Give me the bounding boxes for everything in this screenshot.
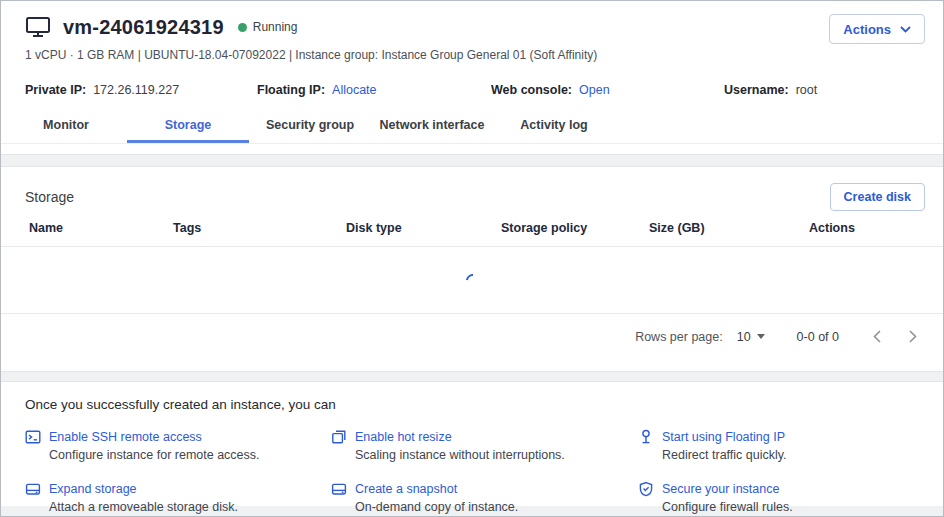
chevron-left-icon (873, 330, 881, 343)
instance-header: vm-24061924319 Running Actions 1 vCPU · … (1, 1, 943, 155)
vm-monitor-icon (25, 15, 51, 39)
tab-activity-log[interactable]: Activity log (493, 110, 615, 143)
tab-security-group[interactable]: Security group (249, 110, 371, 143)
column-actions: Actions (809, 221, 943, 235)
open-web-console-link[interactable]: Open (579, 83, 610, 97)
storage-section-title: Storage (25, 189, 74, 205)
expand-storage-link[interactable]: Expand storage (49, 482, 137, 496)
tab-monitor[interactable]: Monitor (5, 110, 127, 143)
start-floating-ip-link[interactable]: Start using Floating IP (662, 430, 785, 444)
pagination-range: 0-0 of 0 (797, 330, 839, 344)
help-item-hot-resize: Enable hot resize Scaling instance witho… (331, 429, 638, 462)
create-disk-button[interactable]: Create disk (830, 183, 925, 211)
snapshot-icon (331, 481, 347, 497)
hot-resize-icon (331, 429, 347, 445)
username-field: Username: root (724, 83, 943, 97)
instance-meta: 1 vCPU · 1 GB RAM | UBUNTU-18.04-0709202… (25, 48, 943, 62)
loading-spinner-icon (463, 271, 481, 289)
chevron-down-icon (900, 26, 911, 33)
username-value: root (796, 83, 818, 97)
table-pagination: Rows per page: 10 0-0 of 0 (1, 313, 943, 359)
private-ip-value: 172.26.119.227 (93, 83, 179, 97)
secure-instance-link[interactable]: Secure your instance (662, 482, 779, 496)
enable-hot-resize-link[interactable]: Enable hot resize (355, 430, 452, 444)
caret-down-icon (757, 334, 765, 339)
tab-network-interface[interactable]: Network interface (371, 110, 493, 143)
create-snapshot-link[interactable]: Create a snapshot (355, 482, 457, 496)
allocate-floating-ip-link[interactable]: Allocate (332, 83, 376, 97)
previous-page-button[interactable] (865, 325, 889, 349)
column-name: Name (29, 221, 173, 235)
column-storage-policy: Storage policy (501, 221, 649, 235)
getting-started-panel: Once you successfully created an instanc… (1, 381, 943, 506)
disk-table-body (1, 247, 943, 313)
help-item-floating-ip: Start using Floating IP Redirect traffic… (638, 429, 919, 462)
chevron-right-icon (909, 330, 917, 343)
floating-ip-field: Floating IP: Allocate (257, 83, 491, 97)
column-disk-type: Disk type (346, 221, 501, 235)
section-divider (1, 155, 943, 166)
private-ip-field: Private IP: 172.26.119.227 (25, 83, 257, 97)
disk-icon (25, 481, 41, 497)
help-item-ssh: Enable SSH remote access Configure insta… (25, 429, 331, 462)
help-item-expand-storage: Expand storage Attach a removeable stora… (25, 481, 331, 514)
disk-table-header: Name Tags Disk type Storage policy Size … (1, 221, 943, 247)
floating-ip-icon (638, 429, 654, 445)
status-dot-icon (238, 23, 247, 32)
rows-per-page-select[interactable]: 10 (737, 330, 765, 344)
rows-per-page-label: Rows per page: (635, 330, 723, 344)
enable-ssh-link[interactable]: Enable SSH remote access (49, 430, 202, 444)
instance-tabs: Monitor Storage Security group Network i… (1, 110, 943, 144)
vm-name-title: vm-24061924319 (63, 16, 224, 39)
vm-detail-window: vm-24061924319 Running Actions 1 vCPU · … (0, 0, 944, 517)
getting-started-title: Once you successfully created an instanc… (25, 397, 919, 412)
web-console-field: Web console: Open (491, 83, 724, 97)
shield-icon (638, 481, 654, 497)
help-item-snapshot: Create a snapshot On-demand copy of inst… (331, 481, 638, 514)
actions-button[interactable]: Actions (829, 14, 925, 44)
tab-storage[interactable]: Storage (127, 110, 249, 143)
terminal-icon (25, 429, 41, 445)
storage-section: Storage Create disk Name Tags Disk type … (1, 166, 943, 372)
help-item-secure: Secure your instance Configure firewall … (638, 481, 919, 514)
column-tags: Tags (173, 221, 346, 235)
status-badge: Running (238, 20, 298, 34)
section-divider (1, 372, 943, 381)
next-page-button[interactable] (901, 325, 925, 349)
column-size: Size (GB) (649, 221, 809, 235)
instance-info-bar: Private IP: 172.26.119.227 Floating IP: … (25, 83, 943, 97)
